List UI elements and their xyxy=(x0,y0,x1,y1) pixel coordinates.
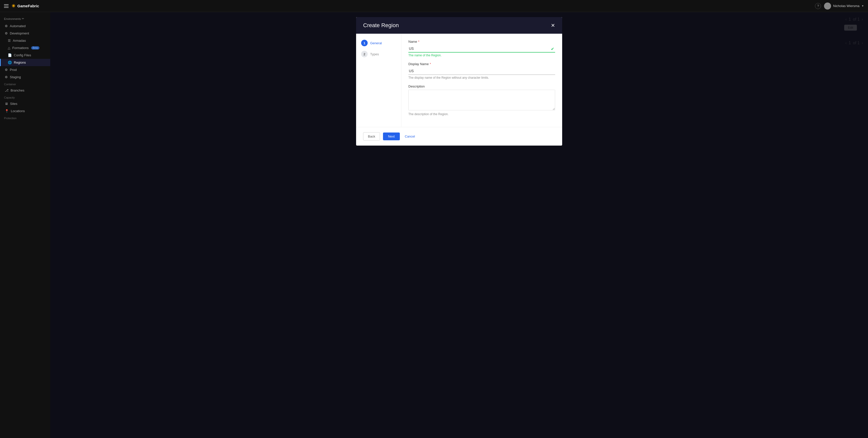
brand-icon: ✳ xyxy=(11,3,15,9)
description-input[interactable] xyxy=(408,90,555,110)
create-region-modal: Create Region ✕ 1 General 2 Types xyxy=(356,17,562,146)
sidebar-item-prod[interactable]: ⚙ Prod xyxy=(0,66,50,74)
top-navigation: ✳ GameFabric ? Nicholas Wiersma ▼ xyxy=(0,0,868,12)
regions-label: Regions xyxy=(14,61,26,64)
sidebar-item-sites[interactable]: 🖥 Sites xyxy=(0,100,50,107)
staging-label: Staging xyxy=(10,75,21,79)
sidebar-item-config-files[interactable]: 📄 Config Files xyxy=(0,52,50,59)
sites-icon: 🖥 xyxy=(5,102,8,106)
staging-icon: ⚙ xyxy=(5,75,8,79)
step-1-general[interactable]: 1 General xyxy=(361,40,396,46)
sidebar-item-automated[interactable]: ⚙ Automated xyxy=(0,22,50,30)
modal-title: Create Region xyxy=(363,22,399,29)
prod-label: Prod xyxy=(10,68,17,72)
sidebar-item-development[interactable]: ⚙ Development xyxy=(0,30,50,37)
armadas-label: Armadas xyxy=(13,39,26,42)
development-icon: ⚙ xyxy=(5,31,8,35)
name-field-group: Name * ✔ The name of the Region. xyxy=(408,40,555,57)
automated-label: Automated xyxy=(10,24,26,28)
next-button[interactable]: Next xyxy=(383,133,400,140)
regions-icon: 🌐 xyxy=(8,61,12,64)
user-dropdown-arrow: ▼ xyxy=(862,4,864,7)
display-name-required-star: * xyxy=(430,62,431,66)
sidebar-item-regions[interactable]: 🌐 Regions xyxy=(0,59,50,66)
sidebar-item-staging[interactable]: ⚙ Staging xyxy=(0,74,50,81)
user-menu[interactable]: Nicholas Wiersma ▼ xyxy=(824,2,864,9)
step-2-types[interactable]: 2 Types xyxy=(361,51,396,57)
modal-form: Name * ✔ The name of the Region. xyxy=(401,34,562,127)
help-button[interactable]: ? xyxy=(815,3,821,9)
section-container: Container xyxy=(0,81,50,87)
config-files-icon: 📄 xyxy=(8,53,12,57)
section-capacity: Capacity xyxy=(0,94,50,100)
modal-overlay: Create Region ✕ 1 General 2 Types xyxy=(50,12,868,438)
step-1-label: General xyxy=(370,41,382,45)
step-2-number: 2 xyxy=(361,51,368,57)
hamburger-menu[interactable] xyxy=(4,4,8,8)
name-valid-icon: ✔ xyxy=(551,47,554,51)
modal-body: 1 General 2 Types Name xyxy=(356,34,562,127)
sites-label: Sites xyxy=(10,102,17,106)
automated-icon: ⚙ xyxy=(5,24,8,28)
description-field-group: Description The description of the Regio… xyxy=(408,85,555,116)
name-input-wrapper: ✔ xyxy=(408,45,555,53)
description-label: Description xyxy=(408,85,555,88)
avatar xyxy=(824,2,831,9)
modal-close-button[interactable]: ✕ xyxy=(551,23,555,28)
content-area: ‹ 1 of 1 › Edit ⋮ ‹ 1 of 1 › Create Regi… xyxy=(50,12,868,438)
sidebar-item-locations[interactable]: 📍 Locations xyxy=(0,107,50,115)
name-hint: The name of the Region. xyxy=(408,54,555,57)
environments-text: Environments xyxy=(4,17,21,20)
step-1-number: 1 xyxy=(361,40,368,46)
prod-icon: ⚙ xyxy=(5,68,8,72)
environments-label: Environments ✏ xyxy=(0,15,50,22)
environments-edit-icon: ✏ xyxy=(22,17,24,20)
display-name-field-group: Display Name * The display name of the R… xyxy=(408,62,555,80)
sidebar: Environments ✏ ⚙ Automated ⚙ Development… xyxy=(0,12,50,438)
name-required-star: * xyxy=(418,40,420,43)
brand-name: GameFabric xyxy=(17,4,39,8)
config-files-label: Config Files xyxy=(14,53,31,57)
back-button[interactable]: Back xyxy=(363,132,380,141)
locations-label: Locations xyxy=(11,109,25,113)
modal-header: Create Region ✕ xyxy=(356,17,562,34)
sidebar-item-armadas[interactable]: ☰ Armadas xyxy=(0,37,50,44)
armadas-icon: ☰ xyxy=(8,39,11,42)
name-input[interactable] xyxy=(408,45,555,53)
step-2-label: Types xyxy=(370,52,379,56)
modal-footer: Back Next Cancel xyxy=(356,127,562,146)
nav-right: ? Nicholas Wiersma ▼ xyxy=(815,2,864,9)
modal-steps: 1 General 2 Types xyxy=(356,34,401,127)
display-name-label: Display Name * xyxy=(408,62,555,66)
sidebar-item-formations[interactable]: △ Formations Beta xyxy=(0,44,50,52)
display-name-input[interactable] xyxy=(408,67,555,75)
display-name-hint: The display name of the Region without a… xyxy=(408,76,555,80)
sidebar-item-branches[interactable]: ⎇ Branches xyxy=(0,87,50,94)
username: Nicholas Wiersma xyxy=(833,4,860,8)
development-label: Development xyxy=(10,31,29,35)
formations-label: Formations xyxy=(12,46,29,50)
cancel-button[interactable]: Cancel xyxy=(403,133,417,140)
description-hint: The description of the Region. xyxy=(408,112,555,116)
name-label: Name * xyxy=(408,40,555,43)
locations-icon: 📍 xyxy=(5,109,9,113)
nav-left: ✳ GameFabric xyxy=(4,3,39,9)
branches-icon: ⎇ xyxy=(5,88,8,92)
formations-icon: △ xyxy=(8,46,10,50)
branches-label: Branches xyxy=(10,88,24,92)
section-protection: Protection xyxy=(0,115,50,121)
brand-logo: ✳ GameFabric xyxy=(11,3,39,9)
main-layout: Environments ✏ ⚙ Automated ⚙ Development… xyxy=(0,12,868,438)
formations-badge: Beta xyxy=(31,46,39,50)
